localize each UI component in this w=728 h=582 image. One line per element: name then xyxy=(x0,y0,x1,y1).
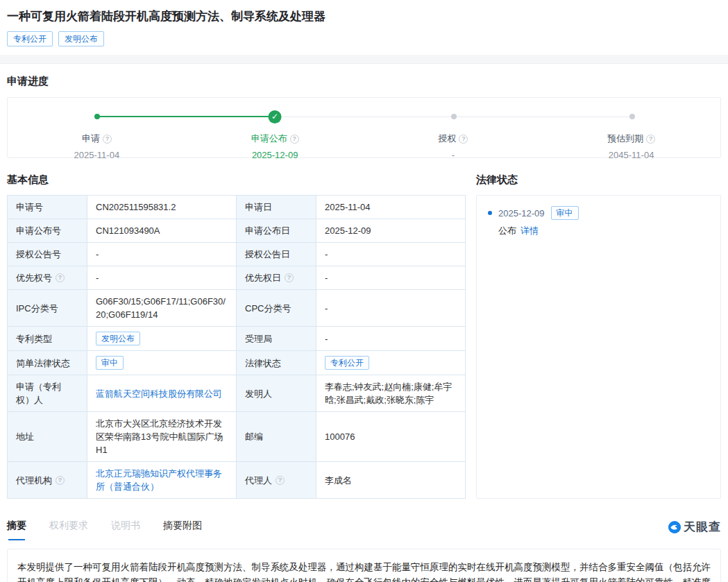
agency-link[interactable]: 北京正元瑞驰知识产权代理事务所（普通合伙） xyxy=(96,468,222,492)
content-tabs: 摘要 权利要求 说明书 摘要附图 天眼查 xyxy=(0,519,728,540)
table-row: 专利类型 发明公布 受理局 - xyxy=(8,327,466,351)
field-label: 专利类型 xyxy=(8,327,87,351)
field-label: 优先权日 xyxy=(245,271,281,284)
table-row: 优先权号? - 优先权日? - xyxy=(8,266,466,290)
table-row: IPC分类号 G06F30/15;G06F17/11;G06F30/20;G06… xyxy=(8,290,466,327)
legal-entry-status-badge: 审中 xyxy=(551,206,579,220)
field-label: 地址 xyxy=(8,412,87,462)
field-label: 受理局 xyxy=(237,327,316,351)
abstract-panel: 本发明提供了一种可复用火箭着陆段开机高度预测方法、制导系统及处理器，通过构建基于… xyxy=(7,549,721,582)
field-value: 北京市大兴区北京经济技术开发区荣华南路13号院中航国际广场H1 xyxy=(87,412,237,462)
legal-entry-date: 2025-12-09 xyxy=(498,208,545,219)
brand-name: 天眼查 xyxy=(684,519,721,535)
timeline-step-filed: 申请? 2025-11-04 xyxy=(8,132,186,160)
field-label: 申请日 xyxy=(237,196,316,219)
help-icon[interactable]: ? xyxy=(285,273,294,282)
legal-entry-detail-link[interactable]: 详情 xyxy=(520,225,539,237)
basic-info-table: 申请号 CN202511595831.2 申请日 2025-11-04 申请公布… xyxy=(7,195,466,499)
field-label: 代理机构 xyxy=(16,474,52,487)
legal-status-entry: 2025-12-09 审中 公布 详情 xyxy=(488,206,709,237)
field-label: 申请号 xyxy=(8,196,87,219)
timeline-step-published: 申请公布? 2025-12-09 xyxy=(186,132,364,160)
step-label: 授权 xyxy=(438,132,456,145)
field-value: - xyxy=(316,266,466,290)
step-date: 2045-11-04 xyxy=(542,150,720,160)
timeline-dot-granted xyxy=(451,114,457,119)
field-value: G06F30/15;G06F17/11;G06F30/20;G06F119/14 xyxy=(87,290,237,327)
table-row: 申请（专利权）人 蓝箭航天空间科技股份有限公司 发明人 李春志;钟友武;赵向楠;… xyxy=(8,375,466,412)
legal-entry-action: 公布 xyxy=(498,225,516,237)
tab-abstract-figure[interactable]: 摘要附图 xyxy=(163,520,202,540)
page-title: 一种可复用火箭着陆段开机高度预测方法、制导系统及处理器 xyxy=(7,8,721,25)
step-date: 2025-12-09 xyxy=(186,150,364,160)
legal-status-badge[interactable]: 专利公开 xyxy=(325,356,369,370)
title-tag-row: 专利公开 发明公布 xyxy=(7,31,721,46)
tab-abstract[interactable]: 摘要 xyxy=(7,520,26,540)
timeline-dot-filed xyxy=(94,114,100,119)
tab-description: 说明书 xyxy=(111,520,140,540)
table-row: 简单法律状态 审中 法律状态 专利公开 xyxy=(8,351,466,375)
simple-legal-status-badge[interactable]: 审中 xyxy=(96,356,124,370)
abstract-text: 本发明提供了一种可复用火箭着陆段开机高度预测方法、制导系统及处理器，通过构建基于… xyxy=(17,560,711,582)
field-value: 2025-12-09 xyxy=(316,219,466,243)
field-value: - xyxy=(87,243,237,266)
field-label: 代理人 xyxy=(245,474,272,487)
step-label: 申请 xyxy=(82,132,100,145)
bullet-icon xyxy=(488,211,492,215)
field-value: 李成名 xyxy=(316,462,466,499)
application-progress-section: 申请进度 ✓ 申请? 2025-11-04 申请公布? 2025-12-09 xyxy=(0,64,728,158)
field-label: 简单法律状态 xyxy=(8,351,87,375)
legal-status-card: 2025-12-09 审中 公布 详情 xyxy=(476,195,721,499)
timeline-step-granted: 授权? - xyxy=(364,132,543,160)
section-divider xyxy=(0,55,728,64)
tab-claims: 权利要求 xyxy=(49,520,88,540)
field-label: 发明人 xyxy=(237,375,316,412)
help-icon[interactable]: ? xyxy=(276,476,285,485)
table-row: 地址 北京市大兴区北京经济技术开发区荣华南路13号院中航国际广场H1 邮编 10… xyxy=(8,412,466,462)
help-icon[interactable]: ? xyxy=(646,135,655,144)
timeline-track: ✓ xyxy=(8,110,720,123)
progress-timeline-card: ✓ 申请? 2025-11-04 申请公布? 2025-12-09 授权? - xyxy=(7,97,721,158)
field-value: - xyxy=(316,327,466,351)
field-label: 申请公布日 xyxy=(237,219,316,243)
timeline-segment-done xyxy=(97,116,275,117)
help-icon[interactable]: ? xyxy=(459,135,468,144)
basic-info-section: 基本信息 申请号 CN202511595831.2 申请日 2025-11-04… xyxy=(7,158,465,499)
field-value: 2025-11-04 xyxy=(316,196,466,219)
timeline-steps: 申请? 2025-11-04 申请公布? 2025-12-09 授权? - 预估… xyxy=(8,132,720,160)
table-row: 申请公布号 CN121093490A 申请公布日 2025-12-09 xyxy=(8,219,466,243)
field-label: 申请（专利权）人 xyxy=(8,375,87,412)
table-row: 代理机构? 北京正元瑞驰知识产权代理事务所（普通合伙） 代理人? 李成名 xyxy=(8,462,466,499)
patent-type-badge[interactable]: 发明公布 xyxy=(96,332,140,345)
step-label: 预估到期 xyxy=(607,132,643,145)
timeline-step-expiry: 预估到期? 2045-11-04 xyxy=(542,132,720,160)
help-icon[interactable]: ? xyxy=(103,135,112,144)
check-circle-icon: ✓ xyxy=(269,110,282,123)
status-badge-invention-publication: 发明公布 xyxy=(58,31,104,46)
field-label: 授权公告号 xyxy=(8,243,87,266)
field-value: - xyxy=(316,290,466,327)
patent-detail-page: 一种可复用火箭着陆段开机高度预测方法、制导系统及处理器 专利公开 发明公布 申请… xyxy=(0,0,728,582)
table-row: 申请号 CN202511595831.2 申请日 2025-11-04 xyxy=(8,196,466,219)
help-icon[interactable]: ? xyxy=(290,135,299,144)
field-value: - xyxy=(87,266,237,290)
step-date: - xyxy=(364,150,543,160)
field-label: 邮编 xyxy=(237,412,316,462)
legal-status-heading: 法律状态 xyxy=(476,158,721,195)
timeline-dot-expiry xyxy=(629,114,635,119)
page-header: 一种可复用火箭着陆段开机高度预测方法、制导系统及处理器 专利公开 发明公布 xyxy=(0,0,728,46)
field-value: 100076 xyxy=(316,412,466,462)
tianyancha-logo-icon xyxy=(668,521,681,533)
help-icon[interactable]: ? xyxy=(56,476,65,485)
field-value: - xyxy=(316,243,466,266)
field-label: 优先权号 xyxy=(16,271,52,284)
legal-status-section: 法律状态 2025-12-09 审中 公布 详情 xyxy=(476,158,721,499)
field-value: CN202511595831.2 xyxy=(87,196,237,219)
applicant-link[interactable]: 蓝箭航天空间科技股份有限公司 xyxy=(96,388,222,399)
field-label: 授权公告日 xyxy=(237,243,316,266)
inventors-value: 李春志;钟友武;赵向楠;康健;牟宇晗;张昌武;戴政;张晓东;陈宇 xyxy=(316,375,466,412)
help-icon[interactable]: ? xyxy=(56,273,65,282)
basic-info-heading: 基本信息 xyxy=(7,158,465,195)
status-badge-patent-public: 专利公开 xyxy=(7,31,53,46)
step-label: 申请公布 xyxy=(251,132,287,145)
